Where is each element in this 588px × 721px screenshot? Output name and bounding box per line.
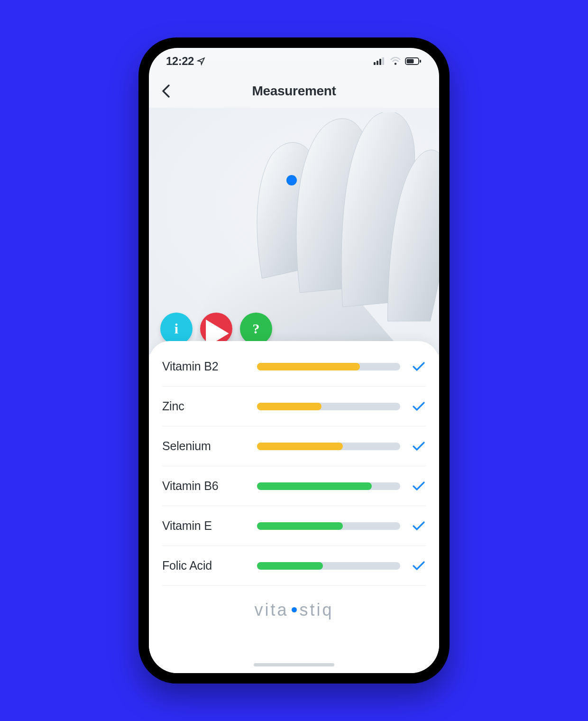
brand-logo: vitastiq	[162, 600, 426, 620]
page-title: Measurement	[185, 83, 403, 99]
measurement-label: Vitamin B2	[162, 360, 252, 373]
back-button[interactable]	[156, 82, 175, 101]
brand-dot-icon	[292, 607, 297, 612]
check-icon	[412, 439, 426, 453]
phone-frame: 12:22	[138, 37, 450, 684]
check-icon	[412, 559, 426, 573]
status-time: 12:22	[166, 55, 205, 68]
results-panel: Vitamin B2 Zinc Selenium Vitamin B6	[149, 341, 439, 673]
svg-rect-3	[382, 57, 384, 65]
measurement-label: Folic Acid	[162, 559, 252, 573]
phone-screen: 12:22	[149, 48, 439, 673]
play-button[interactable]	[200, 313, 232, 345]
ios-status-bar: 12:22	[149, 48, 439, 74]
measurement-bar-fill	[257, 403, 322, 410]
wifi-icon	[390, 57, 401, 65]
location-icon	[197, 57, 205, 65]
measurement-label: Selenium	[162, 439, 252, 453]
battery-icon	[405, 57, 422, 65]
home-indicator[interactable]	[254, 663, 334, 666]
measurement-row[interactable]: Vitamin B2	[162, 347, 426, 387]
svg-rect-2	[379, 59, 381, 65]
measurement-bar-fill	[257, 443, 343, 450]
hand-illustration: i ?	[149, 108, 439, 354]
svg-rect-1	[377, 61, 378, 65]
measurement-point	[286, 175, 297, 185]
check-icon	[412, 519, 426, 533]
svg-point-4	[395, 63, 396, 65]
cellular-icon	[374, 57, 386, 65]
measurement-bar	[257, 363, 400, 370]
check-icon	[412, 479, 426, 493]
measurement-bar	[257, 482, 400, 490]
measurement-bar-fill	[257, 562, 323, 570]
measurement-bar	[257, 522, 400, 530]
measurement-row[interactable]: Folic Acid	[162, 546, 426, 586]
measurement-row[interactable]: Vitamin B6	[162, 466, 426, 506]
check-icon	[412, 360, 426, 374]
measurement-bar-fill	[257, 363, 360, 370]
status-time-text: 12:22	[166, 55, 194, 68]
measurement-row[interactable]: Vitamin E	[162, 506, 426, 546]
measurement-bar-fill	[257, 482, 372, 490]
svg-rect-0	[374, 62, 376, 65]
measurement-label: Vitamin B6	[162, 479, 252, 493]
brand-right: stiq	[300, 600, 334, 619]
chevron-left-icon	[162, 84, 170, 98]
measurement-row[interactable]: Selenium	[162, 426, 426, 466]
check-icon	[412, 399, 426, 414]
measurement-label: Vitamin E	[162, 519, 252, 533]
measurement-bar	[257, 443, 400, 450]
brand-left: vita	[254, 600, 288, 619]
status-indicators	[374, 57, 422, 65]
navbar: Measurement	[149, 74, 439, 108]
svg-rect-7	[407, 59, 414, 64]
measurement-row[interactable]: Zinc	[162, 387, 426, 426]
measurement-bar	[257, 403, 400, 410]
action-row: i ?	[160, 313, 272, 345]
measurement-bar	[257, 562, 400, 570]
svg-rect-6	[420, 60, 421, 63]
measurement-label: Zinc	[162, 399, 252, 413]
measurement-bar-fill	[257, 522, 343, 530]
